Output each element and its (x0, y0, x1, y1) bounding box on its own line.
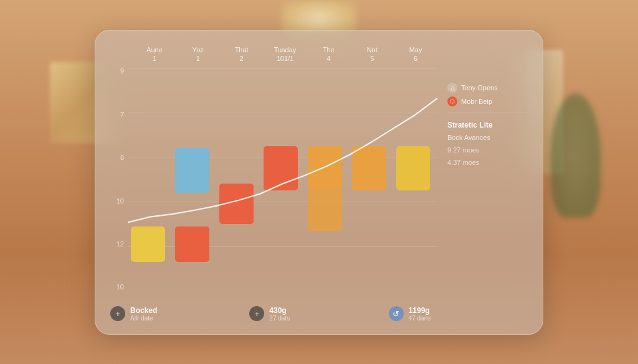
bar-col4-orange-top (308, 146, 342, 191)
col-header-1: Yoz 1 (176, 45, 220, 63)
stat-content-2: 1199g 47 darts (409, 306, 431, 322)
stat-item-1[interactable]: + 430g 27 dats (249, 306, 388, 322)
stat-label-1: 430g (269, 306, 290, 315)
chart-body: 9 7 8 10 12 10 (110, 68, 437, 291)
col-header-6: May 6 (394, 45, 437, 63)
bar-col4-orange-bot (308, 190, 342, 231)
grid-line-3 (128, 202, 437, 202)
bottom-stats: + Bocked Allr date + 430g 27 dats ↺ 1199… (110, 299, 528, 322)
stat-label-0: Bocked (130, 306, 157, 315)
stat-icon-1: + (249, 306, 264, 321)
legend-icon-0: △ (447, 83, 457, 93)
stat-icon-2: ↺ (389, 306, 404, 321)
right-title: Stratetic Lite (447, 121, 528, 129)
chart-left: Aune 1 Yoz 1 That 2 Tusday 101/1 The 4 (110, 45, 437, 291)
stat-sub-0: Allr date (130, 315, 157, 322)
grid-line-0 (128, 68, 437, 68)
plant (551, 93, 601, 218)
col-header-5: Not 5 (350, 45, 394, 63)
y-axis: 9 7 8 10 12 10 (110, 68, 128, 291)
legend-icon-1: ⬡ (447, 96, 457, 106)
legend-item-1: ⬡ Mobr Beip (447, 96, 528, 106)
right-subtitle: Bock Avances (447, 134, 528, 141)
chart-area: Aune 1 Yoz 1 That 2 Tusday 101/1 The 4 (110, 45, 528, 291)
y-label-10: 10 (110, 198, 128, 205)
bar-col2-red (219, 184, 254, 224)
column-headers: Aune 1 Yoz 1 That 2 Tusday 101/1 The 4 (133, 45, 437, 63)
bar-col3-coral (264, 146, 298, 191)
legend-item-0: △ Teny Opens (447, 83, 528, 93)
stat-label-2: 1199g (409, 306, 431, 315)
grid-line-1 (128, 113, 437, 113)
stat-item-2[interactable]: ↺ 1199g 47 darts (389, 306, 528, 322)
legend-label-1: Mobr Beip (461, 98, 492, 105)
divider (447, 113, 528, 113)
stat-sub-2: 47 darts (409, 315, 431, 322)
bar-col0-yellow (131, 226, 165, 262)
y-label-8: 8 (110, 154, 128, 161)
stat-sub-1: 27 dats (269, 315, 290, 322)
bar-col6-yellow (396, 146, 431, 191)
stat-content-0: Bocked Allr date (130, 306, 157, 322)
col-header-3: Tusday 101/1 (264, 45, 307, 63)
bar-col5-orange (352, 146, 386, 191)
right-stat-1: 4.37 moes (447, 159, 528, 166)
chart-right-panel: △ Teny Opens ⬡ Mobr Beip Stratetic Lite … (437, 45, 528, 291)
col-header-0: Aune 1 (133, 45, 176, 63)
bar-col1-blue (175, 148, 209, 193)
grid-line-4 (128, 246, 437, 247)
stat-content-1: 430g 27 dats (269, 306, 290, 322)
col-header-4: The 4 (307, 45, 350, 63)
main-card: Aune 1 Yoz 1 That 2 Tusday 101/1 The 4 (95, 30, 543, 335)
y-label-9: 9 (110, 68, 128, 75)
legend-label-0: Teny Opens (461, 84, 498, 91)
stat-item-0[interactable]: + Bocked Allr date (110, 306, 249, 322)
y-label-12: 12 (110, 241, 128, 248)
y-label-7: 7 (110, 111, 128, 118)
col-header-2: That 2 (220, 45, 264, 63)
right-stat-0: 9.27 moes (447, 146, 528, 154)
chart-grid (128, 68, 437, 291)
y-label-10b: 10 (110, 284, 128, 291)
bar-col1-red (175, 226, 209, 262)
stat-icon-0: + (110, 306, 125, 321)
